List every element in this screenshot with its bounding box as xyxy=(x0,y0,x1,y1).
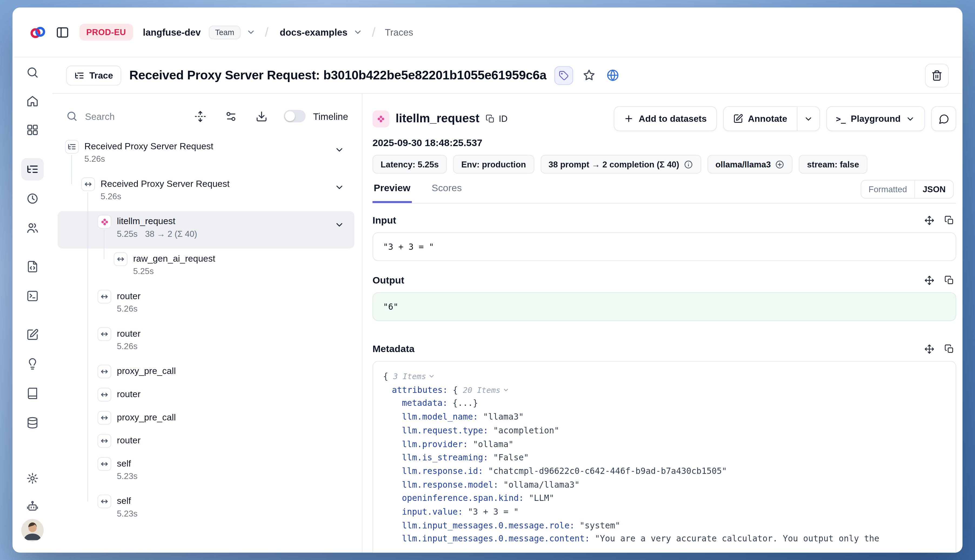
tree-row-selected[interactable]: litellm_request5.25s38 → 2 (Σ 40) xyxy=(58,211,355,249)
annotations-book-icon[interactable] xyxy=(21,382,44,405)
tree-row-label: self xyxy=(117,457,137,470)
copy-icon[interactable] xyxy=(943,273,957,287)
delete-trace-button[interactable] xyxy=(925,63,949,87)
tree-row[interactable]: Received Proxy Server Request5.26s xyxy=(58,136,355,173)
sessions-clock-icon[interactable] xyxy=(21,187,44,210)
span-icon xyxy=(97,457,111,471)
json-line: input.value:"3 + 3 = " xyxy=(383,505,946,519)
playground-button[interactable]: >_ Playground xyxy=(826,106,925,131)
format-formatted-option[interactable]: Formatted xyxy=(861,180,915,198)
download-icon[interactable] xyxy=(253,108,270,125)
format-json-option[interactable]: JSON xyxy=(915,180,953,198)
breadcrumb-separator: / xyxy=(372,25,376,40)
public-link-globe-icon[interactable] xyxy=(605,68,621,83)
evaluators-pen-icon[interactable] xyxy=(21,323,44,346)
tab-preview[interactable]: Preview xyxy=(372,181,411,203)
langfuse-logo[interactable] xyxy=(28,24,45,40)
latency-badge: Latency: 5.25s xyxy=(372,155,447,173)
json-line: llm.request.type:"acompletion" xyxy=(383,424,946,437)
tree-row[interactable]: Received Proxy Server Request5.26s xyxy=(58,173,355,211)
users-icon[interactable] xyxy=(21,217,44,239)
project-switcher-chevron-icon[interactable] xyxy=(353,28,363,37)
copy-icon[interactable] xyxy=(943,342,957,356)
tree-row[interactable]: proxy_pre_call xyxy=(58,361,355,384)
tree-row-label: raw_gen_ai_request xyxy=(133,252,216,265)
json-line: llm.response.id:"chatcmpl-d96622c0-c642-… xyxy=(383,465,946,478)
expand-icon[interactable] xyxy=(923,273,937,287)
detail-header: litellm_request ID Add to datasets xyxy=(372,105,956,133)
tree-row-tokens: 38 → 2 (Σ 40) xyxy=(145,228,197,240)
org-plan-badge: Team xyxy=(209,25,241,39)
tree-row[interactable]: raw_gen_ai_request5.25s xyxy=(58,248,355,286)
add-model-icon[interactable] xyxy=(775,160,784,169)
tree-row-label: self xyxy=(117,495,137,508)
datasets-database-icon[interactable] xyxy=(21,412,44,434)
annotate-button[interactable]: Annotate xyxy=(723,106,797,131)
org-switcher-chevron-icon[interactable] xyxy=(246,28,256,37)
view-options-icon[interactable] xyxy=(222,108,239,125)
annotate-dropdown-chevron[interactable] xyxy=(797,106,819,131)
top-navigation: PROD-EU langfuse-dev Team / docs-example… xyxy=(12,8,962,58)
copy-icon[interactable] xyxy=(943,213,957,227)
breadcrumb-traces-link[interactable]: Traces xyxy=(385,27,413,37)
playground-terminal-icon[interactable] xyxy=(21,285,44,307)
tree-row-duration: 5.25s xyxy=(133,265,154,278)
tree-row[interactable]: router5.26s xyxy=(58,323,355,361)
tree-row-label: proxy_pre_call xyxy=(117,365,176,378)
llm-judge-lightbulb-icon[interactable] xyxy=(21,353,44,375)
observation-tree-panel: Timeline Received Proxy Server Request5.… xyxy=(52,94,362,553)
input-content: "3 + 3 = " xyxy=(372,232,956,261)
info-icon[interactable] xyxy=(684,160,693,169)
user-avatar[interactable] xyxy=(21,519,44,542)
token-usage-badge: 38 prompt → 2 completion (Σ 40) xyxy=(540,155,701,173)
chevron-down-icon[interactable] xyxy=(334,145,344,155)
bookmark-star-icon[interactable] xyxy=(582,68,597,83)
settings-gear-icon[interactable] xyxy=(21,467,44,490)
timeline-toggle[interactable] xyxy=(284,110,306,122)
observation-badges: Latency: 5.25s Env: production 38 prompt… xyxy=(372,155,956,173)
expand-collapse-all-icon[interactable] xyxy=(192,108,209,125)
tab-scores[interactable]: Scores xyxy=(430,181,463,203)
tree-toolbar: Timeline xyxy=(58,105,355,127)
tree-row[interactable]: router xyxy=(58,430,355,453)
organization-name[interactable]: langfuse-dev xyxy=(143,27,201,37)
tree-row-duration: 5.26s xyxy=(117,303,137,315)
json-line: llm.response.model:"ollama/llama3" xyxy=(383,478,946,492)
tree-row[interactable]: router xyxy=(58,384,355,407)
traces-icon[interactable] xyxy=(21,158,44,180)
stream-badge: stream: false xyxy=(799,155,867,173)
span-icon xyxy=(97,495,111,508)
tree-row[interactable]: router5.26s xyxy=(58,286,355,323)
chevron-down-icon[interactable] xyxy=(334,182,344,192)
output-section-header: Output xyxy=(372,273,956,287)
span-icon xyxy=(114,252,127,266)
json-line: metadata:{...} xyxy=(383,397,946,410)
chevron-down-icon[interactable] xyxy=(334,220,344,230)
collapse-chevron-icon[interactable] xyxy=(502,387,509,393)
add-to-datasets-button[interactable]: Add to datasets xyxy=(614,106,717,131)
search-input[interactable] xyxy=(85,111,178,122)
project-name[interactable]: docs-examples xyxy=(280,27,348,37)
copy-id-button[interactable]: ID xyxy=(486,114,507,124)
comments-button[interactable] xyxy=(931,106,957,131)
langfuse-app-window: PROD-EU langfuse-dev Team / docs-example… xyxy=(12,8,962,553)
tree-row[interactable]: self5.23s xyxy=(58,453,355,491)
tree-row[interactable]: proxy_pre_call xyxy=(58,407,355,430)
prompts-icon[interactable] xyxy=(21,255,44,278)
desktop: PROD-EU langfuse-dev Team / docs-example… xyxy=(0,0,975,560)
trace-header: Trace Received Proxy Server Request: b30… xyxy=(52,58,962,94)
icon-sidebar xyxy=(12,58,52,553)
expand-icon[interactable] xyxy=(923,213,937,227)
dashboards-icon[interactable] xyxy=(21,118,44,141)
sidebar-toggle-button[interactable] xyxy=(54,23,71,41)
collapse-chevron-icon[interactable] xyxy=(428,373,435,380)
tags-button[interactable] xyxy=(555,66,573,85)
tree-row[interactable]: self5.23s xyxy=(58,491,355,528)
output-heading: Output xyxy=(372,275,404,286)
home-icon[interactable] xyxy=(21,90,44,112)
expand-icon[interactable] xyxy=(923,342,937,356)
json-line: attributes:{20 Items xyxy=(383,383,946,397)
support-bot-icon[interactable] xyxy=(21,495,44,518)
tree-connector-line xyxy=(104,230,104,259)
search-icon[interactable] xyxy=(21,61,44,84)
